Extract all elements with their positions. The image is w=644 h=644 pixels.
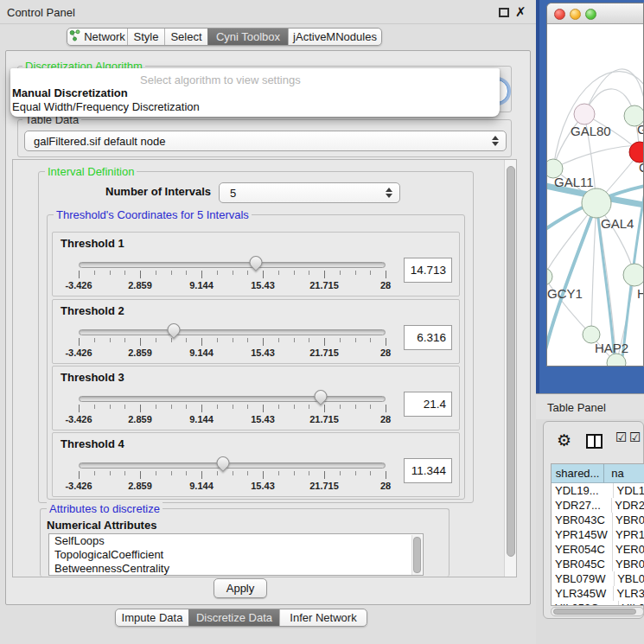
tick-mark [247, 271, 248, 275]
cell-shared-name[interactable]: YBL079W [552, 571, 615, 586]
table-row[interactable]: YBR043CYBR0 [552, 513, 644, 527]
network-window-titlebar[interactable] [547, 3, 644, 24]
checkbox-checked-icon[interactable]: ☑ [615, 430, 627, 445]
table-row[interactable]: YPR145WYPR1 [552, 527, 644, 542]
cell-shared-name[interactable]: YLR345W [552, 586, 614, 601]
network-node-gal80[interactable] [574, 104, 595, 124]
network-edge[interactable] [591, 203, 596, 335]
node-label-gal4: GAL4 [601, 216, 634, 231]
tick-mark [186, 338, 187, 342]
cell-name[interactable]: YER0 [613, 542, 644, 557]
cell-name[interactable]: YLR3 [614, 586, 644, 601]
node-label-gal11: GAL11 [554, 175, 594, 189]
table-row[interactable]: YLR345WYLR3 [552, 586, 644, 601]
table-row[interactable]: YBL079WYBL0 [552, 571, 644, 586]
bottom-tab-bar: Impute DataDiscretize DataInfer Network [115, 609, 367, 627]
slider-thumb[interactable] [164, 321, 182, 339]
minimize-traffic-light-icon[interactable] [570, 9, 581, 20]
tab-cyni-toolbox[interactable]: Cyni Toolbox [207, 29, 288, 45]
table-row[interactable]: YER054CYER0 [552, 542, 644, 557]
apply-button[interactable]: Apply [214, 578, 267, 598]
tab-network[interactable]: Network [67, 29, 127, 45]
cell-name[interactable]: YDL1 [614, 483, 644, 498]
tick-mark [110, 471, 111, 475]
tick-mark [263, 271, 264, 278]
threshold-panel-3: Threshold 3-3.4262.8599.14415.4321.71528… [52, 366, 460, 430]
cell-shared-name[interactable]: YBR045C [552, 557, 613, 571]
tick-mark [186, 471, 187, 475]
tick-mark [386, 271, 386, 278]
threshold-slider[interactable]: -3.4262.8599.14415.4321.71528 [79, 322, 386, 362]
slider-thumb[interactable] [246, 253, 265, 271]
table-row[interactable]: YBR045CYBR0 [552, 557, 644, 571]
cell-name[interactable]: YDR2 [612, 498, 644, 513]
close-icon[interactable]: ✗ [515, 4, 526, 20]
threshold-value-field[interactable]: 21.4 [404, 392, 452, 417]
network-canvas[interactable]: GAL80GCGAL11GAL4GCY1HHAP2 [547, 24, 644, 367]
cell-shared-name[interactable]: YDR27... [552, 498, 612, 513]
zoom-traffic-light-icon[interactable] [585, 9, 596, 20]
threshold-slider[interactable]: -3.4262.8599.14415.4321.71528 [79, 389, 386, 429]
cell-shared-name[interactable]: YDL19... [552, 483, 614, 498]
table-data-combobox[interactable]: galFiltered.sif default node [24, 131, 507, 151]
node-label-hap2: HAP2 [595, 341, 628, 355]
cell-name[interactable]: YBL0 [615, 571, 644, 586]
slider-thumb[interactable] [312, 387, 330, 405]
threshold-value-field[interactable]: 6.316 [404, 325, 452, 350]
network-graph[interactable]: GAL80GCGAL11GAL4GCY1HHAP2 [547, 24, 644, 367]
tab-jactivemnodules[interactable]: jActiveMNodules [288, 29, 381, 45]
cell-shared-name[interactable]: YIL052C [552, 601, 619, 606]
tick-label: -3.426 [65, 280, 92, 290]
gear-icon[interactable]: ⚙ [557, 430, 571, 450]
attribute-item-betweennesscentrality[interactable]: BetweennessCentrality [49, 562, 423, 576]
column-header-na[interactable]: na [604, 464, 644, 483]
table-row[interactable]: YIL052CYIL0 [552, 601, 644, 606]
cell-shared-name[interactable]: YPR145W [552, 527, 613, 542]
close-traffic-light-icon[interactable] [554, 9, 565, 20]
cell-name[interactable]: YIL0 [619, 601, 644, 606]
tab-style[interactable]: Style [127, 29, 164, 45]
network-node-gal4[interactable] [582, 188, 611, 218]
cell-name[interactable]: YBR0 [613, 513, 644, 527]
checkbox-checked-icon[interactable]: ☑ [629, 430, 641, 445]
threshold-value-field[interactable]: 11.344 [404, 458, 452, 483]
tab-select[interactable]: Select [164, 29, 207, 45]
algorithm-option-manual-discretization[interactable]: Manual Discretization [12, 86, 128, 99]
tick-label: 9.144 [189, 348, 214, 358]
cell-shared-name[interactable]: YER054C [552, 542, 613, 557]
numerical-attributes-list[interactable]: SelfLoopsTopologicalCoefficientBetweenne… [48, 533, 424, 576]
table-row[interactable]: YDL19...YDL1 [552, 483, 644, 498]
tick-mark [171, 338, 172, 342]
tick-label: 2.859 [128, 481, 152, 491]
cell-name[interactable]: YBR0 [613, 557, 644, 571]
scrollbar-thumb[interactable] [553, 609, 636, 615]
threshold-slider[interactable]: -3.4262.8599.14415.4321.71528 [79, 255, 386, 295]
network-node-h[interactable] [623, 264, 644, 286]
tab-impute-data[interactable]: Impute Data [116, 609, 188, 626]
split-columns-icon[interactable] [586, 434, 603, 449]
attribute-item-topologicalcoefficient[interactable]: TopologicalCoefficient [49, 548, 423, 562]
scrollbar-thumb[interactable] [507, 166, 515, 557]
settings-vertical-scrollbar[interactable] [504, 160, 516, 577]
scrollbar-thumb[interactable] [413, 537, 421, 573]
column-header-shared[interactable]: shared... [552, 464, 604, 483]
tick-mark [233, 405, 233, 409]
cell-shared-name[interactable]: YBR043C [552, 513, 613, 527]
network-node-gcy1[interactable] [547, 268, 552, 285]
tab-discretize-data[interactable]: Discretize Data [188, 609, 279, 626]
node-attribute-table[interactable]: shared...na YDL19...YDL1YDR27...YDR2YBR0… [551, 463, 644, 606]
table-horizontal-scrollbar[interactable] [551, 607, 644, 616]
attribute-item-selfloops[interactable]: SelfLoops [49, 534, 423, 548]
float-window-icon[interactable] [499, 8, 509, 17]
number-of-intervals-spinner[interactable]: 5 [219, 182, 400, 203]
cell-name[interactable]: YPR1 [613, 527, 644, 542]
tick-mark [124, 271, 125, 275]
threshold-slider[interactable]: -3.4262.8599.14415.4321.71528 [79, 456, 386, 495]
interval-definition-title: Interval Definition [45, 165, 137, 178]
slider-thumb[interactable] [214, 454, 232, 472]
threshold-value-field[interactable]: 14.713 [404, 258, 452, 283]
tab-infer-network[interactable]: Infer Network [279, 609, 367, 626]
table-row[interactable]: YDR27...YDR2 [552, 498, 644, 513]
algorithm-option-equal-width-frequency-discretization[interactable]: Equal Width/Frequency Discretization [12, 100, 200, 113]
attributes-list-scrollbar[interactable] [411, 535, 422, 575]
